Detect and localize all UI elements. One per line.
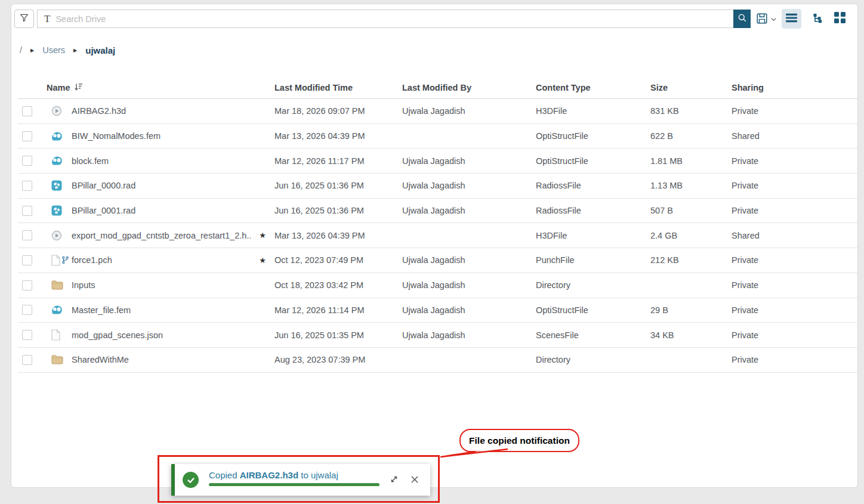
file-name[interactable]: force1.pch [70, 255, 251, 265]
last-modified-by: Ujwala Jagadish [402, 106, 536, 116]
content-type: H3DFile [536, 231, 650, 240]
h3d-file-icon [47, 230, 70, 241]
file-table-body: AIRBAG2.h3dMar 18, 2026 09:07 PMUjwala J… [18, 99, 857, 373]
table-row[interactable]: InputsOct 18, 2023 03:42 PMUjwala Jagadi… [18, 273, 857, 298]
check-circle-icon [183, 472, 199, 488]
file-name[interactable]: SharedWithMe [70, 355, 251, 364]
copy-notification: Copied AIRBAG2.h3d to ujwalaj [171, 464, 430, 496]
file-name[interactable]: BIW_NomalModes.fem [70, 131, 251, 141]
tree-view-button[interactable] [807, 9, 827, 29]
last-modified-time: Mar 12, 2026 11:17 PM [274, 156, 402, 166]
last-modified-time: Mar 12, 2026 11:14 PM [274, 305, 402, 315]
row-checkbox[interactable] [22, 131, 32, 141]
row-checkbox[interactable] [22, 280, 32, 290]
search-button[interactable] [733, 10, 751, 28]
file-size: 831 KB [650, 106, 732, 116]
content-type: OptiStructFile [536, 156, 650, 166]
row-checkbox[interactable] [22, 230, 32, 240]
file-name[interactable]: mod_gpad_scenes.json [70, 330, 251, 340]
filter-button[interactable] [14, 10, 34, 28]
table-row[interactable]: AIRBAG2.h3dMar 18, 2026 09:07 PMUjwala J… [18, 99, 857, 124]
sharing-status: Private [732, 330, 857, 340]
star-icon: ★ [251, 256, 274, 265]
table-row[interactable]: export_mod_gpad_cntstb_zeroa_restart1_2.… [18, 223, 857, 248]
last-modified-time: Aug 23, 2023 07:39 PM [274, 355, 402, 364]
search-bar: T [37, 10, 751, 28]
sharing-status: Private [732, 156, 857, 166]
optistruct-file-icon [47, 131, 70, 141]
last-modified-by: Ujwala Jagadish [402, 206, 536, 215]
column-header-name[interactable]: Name [47, 83, 274, 92]
text-search-icon: T [38, 13, 55, 25]
last-modified-time: Mar 13, 2026 04:39 PM [274, 231, 402, 240]
table-row[interactable]: BPillar_0000.radJun 16, 2025 01:36 PMUjw… [18, 174, 857, 199]
notification-message: Copied AIRBAG2.h3d to ujwalaj [209, 470, 338, 480]
filter-icon [19, 13, 29, 25]
row-checkbox[interactable] [22, 255, 32, 265]
file-name[interactable]: BPillar_0000.rad [70, 181, 251, 190]
content-type: PunchFile [536, 255, 650, 265]
notification-file-name: AIRBAG2.h3d [240, 470, 298, 480]
content-type: OptiStructFile [536, 131, 650, 141]
table-row[interactable]: BIW_NomalModes.femMar 13, 2026 04:39 PMO… [18, 124, 857, 149]
file-name[interactable]: export_mod_gpad_cntstb_zeroa_restart1_2.… [70, 231, 251, 240]
file-size: 622 B [650, 131, 732, 141]
table-row[interactable]: SharedWithMeAug 23, 2023 07:39 PMDirecto… [18, 348, 857, 373]
row-checkbox[interactable] [22, 330, 32, 340]
row-checkbox[interactable] [22, 355, 32, 365]
save-icon [755, 12, 769, 27]
breadcrumb-root[interactable]: / [20, 45, 22, 55]
expand-icon[interactable] [389, 474, 399, 487]
column-header-type[interactable]: Content Type [536, 83, 650, 92]
chevron-down-icon [770, 14, 777, 25]
file-name[interactable]: block.fem [70, 156, 251, 166]
grid-view-icon [834, 12, 846, 26]
last-modified-time: Mar 13, 2026 04:39 PM [274, 131, 402, 141]
radioss-file-icon [47, 205, 70, 216]
file-name[interactable]: AIRBAG2.h3d [70, 106, 251, 116]
breadcrumb-users[interactable]: Users [42, 45, 65, 55]
row-checkbox[interactable] [22, 181, 32, 191]
sharing-status: Shared [732, 131, 857, 141]
breadcrumb-arrow-icon: ▶ [30, 48, 34, 53]
search-icon [738, 13, 747, 24]
file-name[interactable]: Master_file.fem [70, 305, 251, 315]
row-checkbox[interactable] [22, 305, 32, 315]
row-checkbox[interactable] [22, 156, 32, 166]
file-size: 212 KB [650, 255, 732, 265]
table-row[interactable]: Master_file.femMar 12, 2026 11:14 PMUjwa… [18, 298, 857, 323]
column-header-by[interactable]: Last Modified By [402, 83, 536, 92]
save-dropdown-button[interactable] [755, 12, 777, 27]
last-modified-by: Ujwala Jagadish [402, 305, 536, 315]
column-header-sharing[interactable]: Sharing [732, 83, 857, 92]
file-name[interactable]: Inputs [70, 280, 251, 290]
search-box[interactable]: T [37, 10, 733, 28]
last-modified-time: Oct 18, 2023 03:42 PM [274, 280, 402, 290]
row-checkbox[interactable] [22, 106, 32, 116]
notification-status-stripe [171, 464, 175, 496]
sharing-status: Private [732, 355, 857, 364]
search-input[interactable] [55, 14, 733, 24]
last-modified-by: Ujwala Jagadish [402, 181, 536, 190]
file-name[interactable]: BPillar_0001.rad [70, 206, 251, 215]
content-type: Directory [536, 280, 650, 290]
grid-view-button[interactable] [830, 9, 850, 29]
sort-descending-icon [75, 83, 83, 92]
row-checkbox[interactable] [22, 206, 32, 216]
list-view-button[interactable] [782, 9, 801, 29]
optistruct-file-icon [47, 305, 70, 315]
sharing-status: Private [732, 106, 857, 116]
annotation-callout: File copied notification [459, 429, 579, 452]
last-modified-time: Jun 16, 2025 01:35 PM [274, 330, 402, 340]
column-header-time[interactable]: Last Modified Time [274, 83, 402, 92]
table-row[interactable]: mod_gpad_scenes.jsonJun 16, 2025 01:35 P… [18, 323, 857, 348]
table-row[interactable]: BPillar_0001.radJun 16, 2025 01:36 PMUjw… [18, 199, 857, 224]
content-type: RadiossFile [536, 181, 650, 190]
close-icon[interactable] [411, 475, 419, 486]
table-row[interactable]: block.femMar 12, 2026 11:17 PMUjwala Jag… [18, 149, 857, 174]
table-row[interactable]: force1.pch★Oct 12, 2023 07:49 PMUjwala J… [18, 248, 857, 273]
sharing-status: Private [732, 255, 857, 265]
file-table: Name Last Modified Time Last Modified By… [18, 76, 857, 373]
column-header-size[interactable]: Size [650, 83, 732, 92]
last-modified-by: Ujwala Jagadish [402, 156, 536, 166]
